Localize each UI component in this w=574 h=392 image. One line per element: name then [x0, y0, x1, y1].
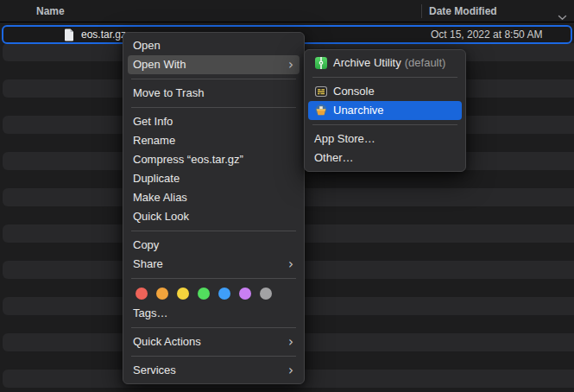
menu-item-share[interactable]: Share › — [123, 255, 304, 274]
menu-separator — [312, 124, 457, 125]
menu-item-services[interactable]: Services › — [123, 361, 304, 380]
console-icon — [314, 85, 328, 98]
unarchive-icon — [314, 104, 328, 117]
tag-color-dot[interactable] — [260, 288, 272, 300]
list-header: Name Date Modified — [0, 0, 574, 22]
menu-separator — [131, 278, 296, 279]
chevron-right-icon: › — [288, 256, 293, 273]
menu-separator — [131, 356, 296, 357]
context-menu: Open Open With › Move to Trash Get Info … — [123, 32, 305, 384]
file-name: eos.tar.gz — [81, 27, 126, 42]
tag-color-dot[interactable] — [239, 288, 251, 300]
menu-item-duplicate[interactable]: Duplicate — [123, 169, 304, 188]
chevron-right-icon: › — [288, 333, 293, 351]
column-header-name[interactable]: Name — [36, 0, 65, 22]
menu-separator — [131, 107, 296, 108]
submenu-item-unarchive[interactable]: Unarchive — [308, 101, 462, 120]
tag-color-row — [123, 283, 304, 304]
tag-color-dot[interactable] — [218, 288, 230, 300]
document-icon — [64, 28, 74, 45]
menu-item-move-to-trash[interactable]: Move to Trash — [123, 84, 304, 103]
tag-color-dot[interactable] — [198, 288, 210, 300]
menu-item-rename[interactable]: Rename — [123, 131, 304, 150]
chevron-down-icon[interactable] — [558, 9, 567, 24]
submenu-item-archive-utility[interactable]: Archive Utility (default) — [305, 54, 465, 73]
menu-separator — [131, 327, 296, 328]
chevron-right-icon: › — [288, 56, 293, 73]
menu-separator — [131, 79, 296, 79]
chevron-right-icon: › — [288, 362, 293, 379]
column-header-date-modified[interactable]: Date Modified — [429, 0, 497, 22]
menu-separator — [131, 231, 296, 231]
menu-item-tags[interactable]: Tags… — [123, 304, 304, 323]
tag-color-dot[interactable] — [156, 288, 168, 300]
menu-item-make-alias[interactable]: Make Alias — [123, 188, 304, 207]
table-row[interactable] — [0, 388, 574, 392]
menu-item-get-info[interactable]: Get Info — [123, 112, 304, 131]
menu-item-quick-actions[interactable]: Quick Actions › — [123, 332, 304, 351]
column-divider[interactable] — [421, 4, 422, 18]
menu-separator — [312, 77, 457, 78]
submenu-item-app-store[interactable]: App Store… — [305, 130, 465, 149]
open-with-submenu: Archive Utility (default) Console U — [304, 49, 466, 172]
tag-color-dot[interactable] — [136, 288, 148, 300]
menu-item-quick-look[interactable]: Quick Look — [123, 207, 304, 226]
menu-item-open[interactable]: Open — [123, 36, 304, 55]
menu-item-open-with[interactable]: Open With › — [128, 55, 300, 74]
file-date-modified: Oct 15, 2022 at 8:50 AM — [431, 27, 542, 42]
default-app-suffix: (default) — [405, 54, 446, 73]
menu-item-copy[interactable]: Copy — [123, 236, 304, 255]
tag-color-dot[interactable] — [177, 288, 189, 300]
menu-item-compress[interactable]: Compress “eos.tar.gz” — [123, 150, 304, 169]
submenu-item-console[interactable]: Console — [305, 82, 465, 101]
submenu-item-other[interactable]: Other… — [305, 149, 465, 168]
archive-utility-icon — [314, 56, 328, 70]
